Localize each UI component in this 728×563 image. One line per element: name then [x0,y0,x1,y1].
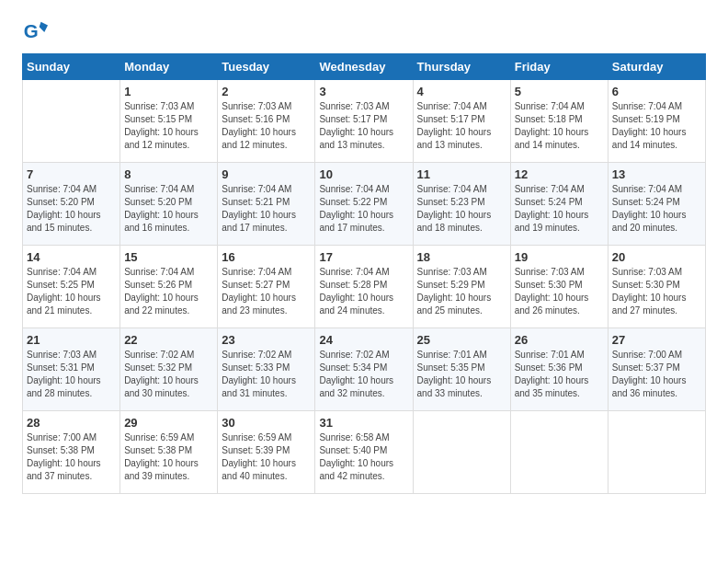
logo: G [22,18,51,44]
calendar-cell: 29Sunrise: 6:59 AM Sunset: 5:38 PM Dayli… [120,411,218,494]
day-number: 31 [319,416,408,430]
day-info: Sunrise: 6:58 AM Sunset: 5:40 PM Dayligh… [319,431,408,483]
weekday-header-thursday: Thursday [413,54,510,80]
day-number: 8 [124,167,213,181]
weekday-header-friday: Friday [510,54,608,80]
day-info: Sunrise: 7:03 AM Sunset: 5:29 PM Dayligh… [417,266,506,317]
day-info: Sunrise: 7:03 AM Sunset: 5:16 PM Dayligh… [222,100,311,152]
week-row-1: 1Sunrise: 7:03 AM Sunset: 5:15 PM Daylig… [23,80,706,163]
calendar-cell: 7Sunrise: 7:04 AM Sunset: 5:20 PM Daylig… [23,163,120,246]
calendar-cell: 8Sunrise: 7:04 AM Sunset: 5:20 PM Daylig… [120,163,218,246]
week-row-5: 28Sunrise: 7:00 AM Sunset: 5:38 PM Dayli… [23,411,706,494]
day-number: 25 [417,333,506,347]
day-info: Sunrise: 7:00 AM Sunset: 5:38 PM Dayligh… [27,431,116,483]
day-number: 15 [124,250,213,264]
day-number: 7 [27,167,116,181]
calendar-cell: 19Sunrise: 7:03 AM Sunset: 5:30 PM Dayli… [510,246,608,328]
day-info: Sunrise: 7:03 AM Sunset: 5:30 PM Dayligh… [515,266,604,317]
calendar-cell: 2Sunrise: 7:03 AM Sunset: 5:16 PM Daylig… [218,80,315,163]
calendar-cell: 21Sunrise: 7:03 AM Sunset: 5:31 PM Dayli… [23,328,120,411]
day-info: Sunrise: 7:04 AM Sunset: 5:28 PM Dayligh… [319,266,408,317]
day-number: 3 [319,85,408,98]
calendar-cell: 1Sunrise: 7:03 AM Sunset: 5:15 PM Daylig… [120,80,218,163]
day-info: Sunrise: 7:00 AM Sunset: 5:37 PM Dayligh… [612,349,701,400]
calendar-cell [413,411,510,494]
week-row-4: 21Sunrise: 7:03 AM Sunset: 5:31 PM Dayli… [23,328,706,411]
calendar-cell: 9Sunrise: 7:04 AM Sunset: 5:21 PM Daylig… [218,163,315,246]
calendar-cell: 12Sunrise: 7:04 AM Sunset: 5:24 PM Dayli… [510,163,608,246]
day-number: 11 [417,167,506,181]
day-number: 17 [319,250,408,264]
calendar-cell: 23Sunrise: 7:02 AM Sunset: 5:33 PM Dayli… [218,328,315,411]
day-info: Sunrise: 7:04 AM Sunset: 5:24 PM Dayligh… [612,183,701,235]
day-number: 14 [27,250,116,264]
day-info: Sunrise: 7:01 AM Sunset: 5:36 PM Dayligh… [515,349,604,400]
day-number: 20 [612,250,701,264]
calendar-cell: 10Sunrise: 7:04 AM Sunset: 5:22 PM Dayli… [315,163,413,246]
weekday-header-wednesday: Wednesday [315,54,413,80]
day-info: Sunrise: 7:04 AM Sunset: 5:23 PM Dayligh… [417,183,506,235]
calendar-table: SundayMondayTuesdayWednesdayThursdayFrid… [22,53,706,494]
day-info: Sunrise: 7:04 AM Sunset: 5:17 PM Dayligh… [417,100,506,152]
svg-text:G: G [24,20,39,41]
calendar-cell: 15Sunrise: 7:04 AM Sunset: 5:26 PM Dayli… [120,246,218,328]
weekday-header-saturday: Saturday [608,54,705,80]
calendar-cell: 4Sunrise: 7:04 AM Sunset: 5:17 PM Daylig… [413,80,510,163]
day-info: Sunrise: 7:01 AM Sunset: 5:35 PM Dayligh… [417,349,506,400]
day-info: Sunrise: 7:02 AM Sunset: 5:32 PM Dayligh… [124,349,213,400]
day-info: Sunrise: 7:03 AM Sunset: 5:15 PM Dayligh… [124,100,213,152]
week-row-3: 14Sunrise: 7:04 AM Sunset: 5:25 PM Dayli… [23,246,706,328]
day-number: 30 [222,416,311,430]
calendar-cell: 22Sunrise: 7:02 AM Sunset: 5:32 PM Dayli… [120,328,218,411]
day-number: 10 [319,167,408,181]
calendar-cell: 13Sunrise: 7:04 AM Sunset: 5:24 PM Dayli… [608,163,705,246]
calendar-cell [608,411,705,494]
day-number: 23 [222,333,311,347]
day-info: Sunrise: 7:03 AM Sunset: 5:30 PM Dayligh… [612,266,701,317]
day-number: 19 [515,250,604,264]
day-number: 9 [222,167,311,181]
day-number: 28 [27,416,116,430]
day-info: Sunrise: 7:04 AM Sunset: 5:26 PM Dayligh… [124,266,213,317]
calendar-cell: 6Sunrise: 7:04 AM Sunset: 5:19 PM Daylig… [608,80,705,163]
day-info: Sunrise: 7:02 AM Sunset: 5:34 PM Dayligh… [319,349,408,400]
day-info: Sunrise: 7:04 AM Sunset: 5:25 PM Dayligh… [27,266,116,317]
day-number: 12 [515,167,604,181]
day-number: 27 [612,333,701,347]
weekday-header-sunday: Sunday [23,54,120,80]
day-info: Sunrise: 7:02 AM Sunset: 5:33 PM Dayligh… [222,349,311,400]
calendar-cell: 27Sunrise: 7:00 AM Sunset: 5:37 PM Dayli… [608,328,705,411]
day-info: Sunrise: 7:03 AM Sunset: 5:31 PM Dayligh… [27,349,116,400]
day-info: Sunrise: 7:04 AM Sunset: 5:19 PM Dayligh… [612,100,701,152]
calendar-cell: 20Sunrise: 7:03 AM Sunset: 5:30 PM Dayli… [608,246,705,328]
day-info: Sunrise: 6:59 AM Sunset: 5:38 PM Dayligh… [124,431,213,483]
day-info: Sunrise: 7:04 AM Sunset: 5:18 PM Dayligh… [515,100,604,152]
day-number: 26 [515,333,604,347]
day-info: Sunrise: 7:04 AM Sunset: 5:24 PM Dayligh… [515,183,604,235]
day-info: Sunrise: 7:04 AM Sunset: 5:21 PM Dayligh… [222,183,311,235]
calendar-cell: 11Sunrise: 7:04 AM Sunset: 5:23 PM Dayli… [413,163,510,246]
day-info: Sunrise: 7:03 AM Sunset: 5:17 PM Dayligh… [319,100,408,152]
calendar-cell: 3Sunrise: 7:03 AM Sunset: 5:17 PM Daylig… [315,80,413,163]
day-info: Sunrise: 7:04 AM Sunset: 5:27 PM Dayligh… [222,266,311,317]
weekday-header-monday: Monday [120,54,218,80]
calendar-cell [510,411,608,494]
day-number: 13 [612,167,701,181]
day-number: 2 [222,85,311,98]
day-number: 22 [124,333,213,347]
calendar-cell: 18Sunrise: 7:03 AM Sunset: 5:29 PM Dayli… [413,246,510,328]
calendar-cell: 30Sunrise: 6:59 AM Sunset: 5:39 PM Dayli… [218,411,315,494]
calendar-cell: 25Sunrise: 7:01 AM Sunset: 5:35 PM Dayli… [413,328,510,411]
day-number: 18 [417,250,506,264]
week-row-2: 7Sunrise: 7:04 AM Sunset: 5:20 PM Daylig… [23,163,706,246]
day-info: Sunrise: 7:04 AM Sunset: 5:20 PM Dayligh… [124,183,213,235]
calendar-cell [23,80,120,163]
day-info: Sunrise: 7:04 AM Sunset: 5:22 PM Dayligh… [319,183,408,235]
day-number: 21 [27,333,116,347]
day-number: 16 [222,250,311,264]
calendar-cell: 5Sunrise: 7:04 AM Sunset: 5:18 PM Daylig… [510,80,608,163]
day-number: 4 [417,85,506,98]
calendar-cell: 28Sunrise: 7:00 AM Sunset: 5:38 PM Dayli… [23,411,120,494]
svg-marker-1 [40,22,48,32]
calendar-cell: 26Sunrise: 7:01 AM Sunset: 5:36 PM Dayli… [510,328,608,411]
